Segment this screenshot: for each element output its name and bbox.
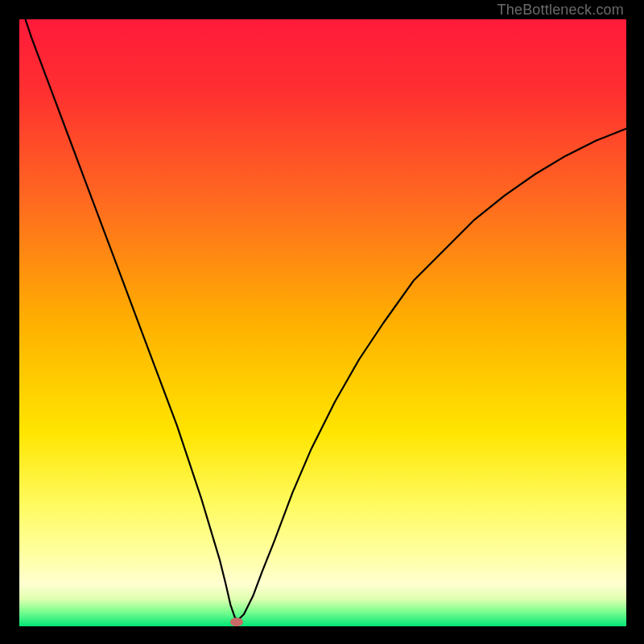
minimum-marker [230,617,243,626]
plot-svg [19,19,626,626]
gradient-background [19,19,626,626]
watermark-text: TheBottleneck.com [497,2,624,19]
plot-frame [19,19,627,627]
